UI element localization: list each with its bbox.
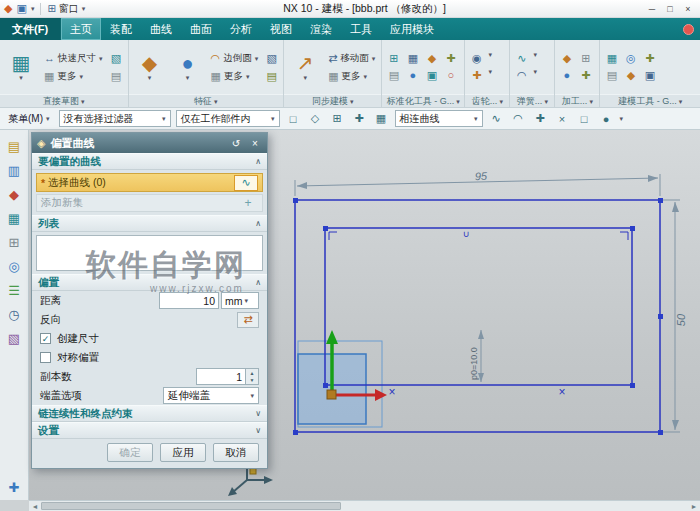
- scroll-left-icon[interactable]: ◄: [29, 503, 41, 510]
- group-label-synchronous[interactable]: 同步建模 ▾: [284, 94, 381, 107]
- save-icon[interactable]: ▣: [16, 3, 26, 14]
- feature-tool-icon-2[interactable]: ▤: [264, 69, 279, 84]
- standard-tool-icon-6[interactable]: ●: [405, 68, 420, 83]
- tab-surface[interactable]: 曲面: [181, 18, 221, 40]
- scrollbar-thumb[interactable]: [41, 502, 341, 510]
- highlight-icon[interactable]: ◇: [307, 110, 324, 127]
- standard-tool-icon-8[interactable]: ○: [443, 68, 458, 83]
- dialog-reset-icon[interactable]: ↺: [229, 138, 243, 149]
- reuse-library-icon[interactable]: ▦: [8, 212, 20, 225]
- spring-caret-icon[interactable]: ▾: [533, 68, 550, 83]
- snap-endpoint-icon[interactable]: □: [576, 110, 593, 127]
- modeling-tool-icon-2[interactable]: ◎: [623, 51, 638, 66]
- group-label-feature[interactable]: 特征 ▾: [129, 94, 284, 107]
- dimension-50[interactable]: 50: [662, 200, 687, 432]
- gear-tool-icon-2[interactable]: ✚: [469, 68, 484, 83]
- snap-center-icon[interactable]: ●: [598, 110, 615, 127]
- scroll-right-icon[interactable]: ►: [688, 503, 700, 510]
- tab-view[interactable]: 视图: [261, 18, 301, 40]
- point-marker[interactable]: ×: [388, 385, 395, 399]
- standard-tool-icon-3[interactable]: ◆: [424, 51, 439, 66]
- edge-blend-button[interactable]: ◠ 边倒圆 ▾: [209, 51, 261, 66]
- tab-application[interactable]: 应用模块: [381, 18, 443, 40]
- minimize-button[interactable]: ─: [644, 2, 660, 15]
- sketch-tool-icon-2[interactable]: ▤: [109, 69, 124, 84]
- selbar-overflow-icon[interactable]: ▾: [620, 115, 624, 122]
- group-label-machining[interactable]: 加工... ▾: [555, 94, 599, 107]
- modeling-tool-icon-5[interactable]: ◆: [623, 68, 638, 83]
- point-marker[interactable]: ×: [558, 385, 565, 399]
- symmetric-offset-checkbox[interactable]: [40, 352, 51, 363]
- selection-filter-dropdown[interactable]: 没有选择过滤器 ▾: [59, 110, 171, 127]
- section-settings[interactable]: 设置 ∨: [32, 422, 267, 439]
- dimension-95-text[interactable]: 95: [475, 170, 489, 182]
- section-chain-continuity[interactable]: 链连续性和终点约束 ∨: [32, 405, 267, 422]
- group-label-spring[interactable]: 弹簧... ▾: [510, 94, 554, 107]
- select-all-icon[interactable]: □: [285, 110, 302, 127]
- group-label-gear[interactable]: 齿轮... ▾: [465, 94, 509, 107]
- hd3d-tools-icon[interactable]: ⊞: [9, 236, 20, 249]
- quick-dimension-button[interactable]: ↔ 快速尺寸 ▾: [42, 51, 105, 66]
- grid-snap-icon[interactable]: ▦: [373, 110, 390, 127]
- spring-tool-icon-2[interactable]: ◠: [514, 68, 529, 83]
- extrude-button[interactable]: ◆ ▾: [133, 43, 167, 91]
- add-new-set-row[interactable]: 添加新集 +: [36, 194, 263, 212]
- feature-tool-icon-1[interactable]: ▧: [264, 51, 279, 66]
- snap-arc-icon[interactable]: ◠: [510, 110, 527, 127]
- part-navigator-icon[interactable]: ◆: [9, 188, 19, 201]
- spring-caret-icon[interactable]: ▾: [533, 51, 550, 66]
- machining-tool-icon-2[interactable]: ⊞: [578, 51, 593, 66]
- dimension-50-text[interactable]: 50: [675, 313, 687, 326]
- symmetric-offset-row[interactable]: 对称偏置: [32, 348, 267, 367]
- move-face-big-button[interactable]: ↗ ▾: [288, 43, 322, 91]
- tab-home[interactable]: 主页: [61, 18, 101, 40]
- create-dimension-row[interactable]: ✓ 创建尺寸: [32, 329, 267, 348]
- history-icon[interactable]: ☰: [8, 284, 20, 297]
- close-button[interactable]: ×: [680, 2, 696, 15]
- move-face-button[interactable]: ⇄ 移动面 ▾: [326, 51, 377, 66]
- tab-curve[interactable]: 曲线: [141, 18, 181, 40]
- add-new-set-icon[interactable]: +: [238, 196, 258, 211]
- sketch-tool-icon-1[interactable]: ▧: [109, 51, 124, 66]
- feature-more-button[interactable]: ▦ 更多 ▾: [209, 69, 261, 84]
- window-menu-button[interactable]: ⊞ 窗口 ▾: [47, 2, 85, 16]
- gear-tool-icon-1[interactable]: ◉: [469, 51, 484, 66]
- reverse-direction-button[interactable]: ⇄: [237, 312, 259, 328]
- roles-icon[interactable]: ▧: [8, 332, 20, 345]
- stepper-up-icon[interactable]: ▲: [246, 369, 258, 377]
- distance-input[interactable]: 10: [159, 292, 219, 309]
- copies-stepper[interactable]: 1 ▲ ▼: [196, 368, 259, 385]
- snap-point-icon[interactable]: ×: [554, 110, 571, 127]
- revolve-button[interactable]: ● ▾: [171, 43, 205, 91]
- spring-tool-icon-1[interactable]: ∿: [514, 51, 529, 66]
- sketch-button[interactable]: ▦ ▾: [4, 43, 38, 91]
- standard-tool-icon-1[interactable]: ⊞: [386, 51, 401, 66]
- dimension-95[interactable]: 95: [295, 170, 660, 196]
- stepper-down-icon[interactable]: ▼: [246, 377, 258, 385]
- distance-unit-dropdown[interactable]: mm ▾: [221, 292, 259, 309]
- system-scenes-icon[interactable]: ✚: [9, 481, 20, 494]
- origin-handle[interactable]: [327, 390, 336, 399]
- cap-option-dropdown[interactable]: 延伸端盖 ▾: [163, 387, 259, 404]
- select-curve-row[interactable]: * 选择曲线 (0) ∿: [36, 173, 263, 192]
- tab-tools[interactable]: 工具: [341, 18, 381, 40]
- modeling-tool-icon-4[interactable]: ▤: [604, 68, 619, 83]
- user-status-icon[interactable]: [683, 24, 694, 35]
- gear-caret-icon[interactable]: ▾: [488, 51, 505, 66]
- menu-button[interactable]: 菜单(M) ▾: [4, 110, 54, 127]
- web-browser-icon[interactable]: ◎: [8, 260, 19, 273]
- process-studio-icon[interactable]: ◷: [8, 308, 19, 321]
- tab-analysis[interactable]: 分析: [221, 18, 261, 40]
- machining-tool-icon-1[interactable]: ◆: [559, 51, 574, 66]
- section-offset[interactable]: 偏置 ∧: [32, 274, 267, 291]
- selection-scope-dropdown[interactable]: 仅在工作部件内 ▾: [176, 110, 280, 127]
- file-menu[interactable]: 文件(F): [0, 18, 61, 40]
- horizontal-scrollbar[interactable]: ◄ ►: [29, 500, 700, 511]
- snap-intersection-icon[interactable]: ✚: [532, 110, 549, 127]
- modeling-tool-icon-1[interactable]: ▦: [604, 51, 619, 66]
- snap-curve-icon[interactable]: ∿: [488, 110, 505, 127]
- standard-tool-icon-4[interactable]: ✚: [443, 51, 458, 66]
- sync-more-button[interactable]: ▦ 更多 ▾: [326, 69, 377, 84]
- tab-render[interactable]: 渲染: [301, 18, 341, 40]
- create-dimension-checkbox[interactable]: ✓: [40, 333, 51, 344]
